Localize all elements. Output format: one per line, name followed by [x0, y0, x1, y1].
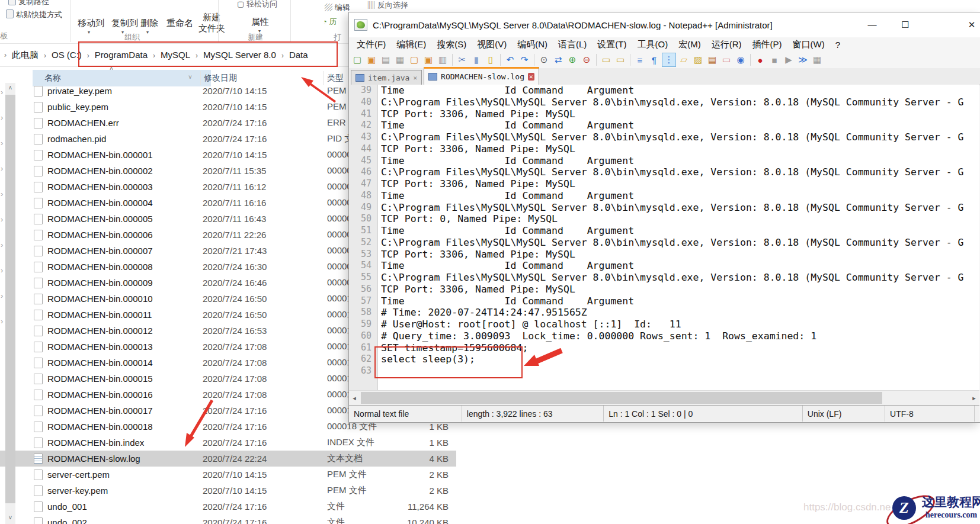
copy-to-button[interactable]: 复制到	[111, 18, 138, 29]
move-to-button[interactable]: 移动到	[78, 18, 104, 29]
tree-expand-icon[interactable]: ›	[1, 113, 3, 122]
tree-expand-icon[interactable]: ›	[1, 317, 3, 326]
function-list-icon[interactable]: ▤	[706, 53, 719, 66]
file-name: public_key.pem	[47, 102, 108, 112]
name-filter-chevron-icon[interactable]: ˅	[188, 74, 192, 81]
run-macro-multi-icon[interactable]: ≫	[796, 53, 809, 66]
properties-button[interactable]: 属性	[251, 17, 269, 28]
scroll-left-icon[interactable]: ◂	[349, 391, 360, 405]
save-all-icon[interactable]: ▦	[393, 53, 406, 66]
status-eol-format[interactable]: Unix (LF)	[803, 406, 885, 422]
doc-map-icon[interactable]: ▨	[691, 53, 704, 66]
breadcrumb-item[interactable]: 此电脑	[11, 50, 40, 60]
editor-horizontal-scrollbar[interactable]: ◂ ▸	[349, 390, 979, 405]
copy-to-caret-icon[interactable]: ▾	[121, 30, 124, 35]
tree-expand-icon[interactable]: ›	[1, 189, 3, 198]
tree-expand-icon[interactable]: ›	[1, 88, 3, 97]
tree-expand-icon[interactable]: ›	[1, 164, 3, 173]
file-icon	[34, 374, 43, 384]
save-icon[interactable]: ▤	[379, 53, 392, 66]
menu-item[interactable]: 运行(R)	[706, 39, 747, 50]
undo-icon[interactable]: ↶	[504, 53, 517, 66]
sync-horizontal-icon[interactable]: ▭	[614, 53, 627, 66]
tab-close-icon[interactable]: ✕	[528, 73, 534, 81]
menu-item[interactable]: 视图(V)	[472, 39, 512, 50]
menu-item[interactable]: 语言(L)	[553, 39, 592, 50]
replace-icon[interactable]: ⇄	[552, 53, 565, 66]
menu-item[interactable]: 插件(P)	[747, 39, 787, 50]
paste-shortcut-button[interactable]: 粘贴快捷方式	[6, 9, 62, 20]
scroll-up-icon[interactable]: ˄	[5, 83, 15, 93]
easy-access-button[interactable]: ▢ 轻松访问	[237, 0, 277, 9]
file-row[interactable]: RODMACHEN-slow.log2020/7/24 22:24文本文档4 K…	[0, 451, 456, 467]
scroll-right-icon[interactable]: ▸	[969, 391, 979, 405]
copy-icon[interactable]: ▮	[470, 53, 483, 66]
close-icon[interactable]: ▢	[408, 53, 421, 66]
tab-item.java[interactable]: item.java✕	[351, 70, 422, 85]
delete-button[interactable]: 删除	[140, 18, 158, 29]
tree-expand-icon[interactable]: ›	[1, 266, 3, 275]
copy-path-button[interactable]: 复制路径	[8, 0, 49, 7]
file-row[interactable]: RODMACHEN-bin.index2020/7/24 17:16INDEX …	[0, 435, 456, 451]
indent-guide-icon[interactable]: ⋮	[662, 53, 676, 67]
sync-vertical-icon[interactable]: ▭	[600, 53, 613, 66]
new-file-icon[interactable]: ▢	[351, 53, 364, 66]
open-file-icon[interactable]: ▣	[365, 53, 378, 66]
find-icon[interactable]: ⊙	[537, 53, 550, 66]
status-ins-mode[interactable]: INS	[975, 406, 979, 422]
tree-expand-icon[interactable]: ›	[1, 240, 3, 249]
save-macro-icon[interactable]: ▦	[811, 53, 824, 66]
menu-item[interactable]: 窗口(W)	[787, 39, 830, 50]
show-all-chars-icon[interactable]: ¶	[648, 53, 661, 66]
rename-button[interactable]: 重命名	[166, 18, 193, 29]
history-button[interactable]: ◔ 历	[322, 17, 337, 27]
tree-expand-icon[interactable]: ›	[1, 215, 3, 224]
menu-item[interactable]: 编辑(E)	[391, 39, 431, 50]
explorer-scrollbar[interactable]: ˄ ˅	[5, 83, 15, 524]
menu-item[interactable]: 宏(M)	[673, 39, 706, 50]
stop-macro-icon[interactable]: ■	[768, 53, 781, 66]
zoom-in-icon[interactable]: ⊕	[566, 53, 579, 66]
close-button[interactable]: ✕	[958, 12, 980, 37]
maximize-button[interactable]: ☐	[892, 12, 919, 37]
scroll-down-icon[interactable]: ˅	[5, 513, 15, 523]
shortcut-mapper-icon[interactable]: ▱	[677, 53, 690, 66]
cut-icon[interactable]: ✂	[456, 53, 469, 66]
tree-expand-icon[interactable]: ›	[1, 139, 3, 147]
menu-item[interactable]: ?	[830, 40, 846, 50]
minimize-button[interactable]: —	[859, 12, 886, 37]
tree-expand-icon[interactable]: ›	[1, 291, 3, 300]
menu-item[interactable]: 文件(F)	[351, 39, 391, 50]
menu-item[interactable]: 设置(T)	[592, 39, 632, 50]
file-row[interactable]: server-key.pem2020/7/10 14:15PEM 文件2 KB	[0, 483, 456, 499]
edit-button[interactable]: ▨ 编辑	[325, 2, 350, 13]
print-icon[interactable]: ▥	[436, 53, 449, 66]
new-folder-button[interactable]: 新建文件夹	[198, 12, 225, 34]
folder-workspace-icon[interactable]: ▭	[720, 53, 733, 66]
notepad-titlebar[interactable]: C:\ProgramData\MySQL\MySQL Server 8.0\Da…	[349, 12, 980, 37]
file-row[interactable]: undo_0012020/7/24 17:16文件11,264 KB	[0, 499, 456, 515]
monitoring-icon[interactable]: ◉	[734, 53, 747, 66]
status-encoding[interactable]: UTF-8	[885, 406, 975, 422]
redo-icon[interactable]: ↷	[518, 53, 531, 66]
delete-caret-icon[interactable]: ▾	[146, 30, 149, 35]
menu-item[interactable]: 工具(O)	[632, 39, 673, 50]
menu-item[interactable]: 编码(N)	[512, 39, 553, 50]
paste-icon[interactable]: ▯	[484, 53, 497, 66]
editor-text[interactable]: Time Id Command ArgumentC:\Program Files…	[381, 85, 979, 390]
move-to-caret-icon[interactable]: ▾	[88, 30, 90, 35]
tab-RODMACHEN-slow.log[interactable]: RODMACHEN-slow.log✕	[424, 67, 539, 85]
file-row[interactable]: server-cert.pem2020/7/10 14:15PEM 文件2 KB	[0, 467, 456, 483]
hscrollbar-thumb[interactable]	[361, 392, 882, 404]
word-wrap-icon[interactable]: ≡	[633, 53, 646, 66]
file-row[interactable]: undo_0022020/7/24 17:16文件10,240 KB	[0, 515, 456, 524]
editor[interactable]: 3940414243444546474849505152535455565758…	[349, 85, 979, 390]
close-all-icon[interactable]: ▣	[422, 53, 435, 66]
invert-selection-button[interactable]: ▥ 反向选择	[367, 0, 408, 11]
scrollbar-thumb[interactable]	[5, 95, 15, 503]
menu-item[interactable]: 搜索(S)	[431, 39, 472, 50]
tab-close-icon[interactable]: ✕	[413, 74, 417, 82]
play-macro-icon[interactable]: ▶	[782, 53, 795, 66]
zoom-out-icon[interactable]: ⊖	[580, 53, 593, 66]
record-macro-icon[interactable]: ●	[754, 53, 767, 66]
